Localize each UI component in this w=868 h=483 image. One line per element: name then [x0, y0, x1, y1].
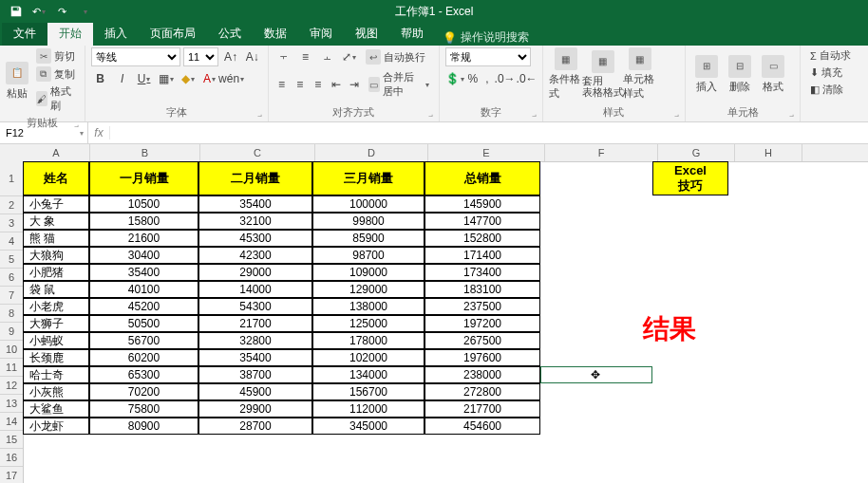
cell-D6[interactable]: 109000	[312, 264, 425, 281]
cells-grid[interactable]: 姓名一月销量二月销量三月销量总销量Excel 技巧小兔子105003540010…	[23, 161, 868, 483]
cell-D13[interactable]: 156700	[312, 383, 425, 400]
indent-inc-button[interactable]: ⇥	[347, 75, 362, 94]
align-center-button[interactable]: ≡	[292, 75, 308, 94]
cell-D11[interactable]: 102000	[312, 349, 425, 366]
tab-data[interactable]: 数据	[253, 22, 298, 46]
cell-A8[interactable]: 小老虎	[23, 298, 89, 315]
col-header-H[interactable]: H	[735, 144, 802, 161]
autosum-button[interactable]: Σ自动求	[806, 47, 862, 64]
tab-review[interactable]: 审阅	[298, 22, 344, 46]
tab-layout[interactable]: 页面布局	[139, 22, 207, 46]
row-header-1[interactable]: 1	[0, 161, 23, 196]
cell-C15[interactable]: 28700	[198, 418, 312, 435]
row-header-3[interactable]: 3	[0, 214, 23, 232]
cell-A9[interactable]: 大狮子	[23, 315, 89, 332]
align-middle-button[interactable]: ≡	[296, 47, 315, 66]
cell-E9[interactable]: 197200	[425, 315, 540, 332]
cell-C13[interactable]: 45900	[198, 383, 312, 400]
cell-C10[interactable]: 32800	[198, 332, 312, 349]
row-header-15[interactable]: 15	[0, 431, 23, 449]
fill-button[interactable]: ⬇填充	[806, 65, 862, 81]
cell-B11[interactable]: 60200	[89, 349, 198, 366]
cell-A1[interactable]: 姓名	[23, 161, 89, 195]
cell-E8[interactable]: 237500	[425, 298, 540, 315]
align-top-button[interactable]: ⫟	[274, 47, 293, 66]
cell-C6[interactable]: 29000	[198, 264, 312, 281]
row-header-2[interactable]: 2	[0, 196, 23, 214]
align-left-button[interactable]: ≡	[274, 75, 290, 94]
cell-C11[interactable]: 35400	[198, 349, 312, 366]
merge-button[interactable]: ▭合并后居中▾	[365, 69, 433, 100]
col-header-D[interactable]: D	[315, 144, 428, 161]
col-header-G[interactable]: G	[658, 144, 735, 161]
col-header-F[interactable]: F	[545, 144, 658, 161]
tell-me[interactable]: 💡 操作说明搜索	[435, 29, 537, 46]
fill-color-button[interactable]: ◆▾	[179, 69, 198, 88]
worksheet[interactable]: ABCDEFGH 123456789101112131415161718 姓名一…	[0, 144, 868, 483]
row-header-12[interactable]: 12	[0, 377, 23, 395]
row-header-16[interactable]: 16	[0, 449, 23, 467]
cell-A15[interactable]: 小龙虾	[23, 418, 89, 435]
delete-cells-button[interactable]: ⊟删除	[725, 47, 755, 101]
row-header-7[interactable]: 7	[0, 287, 23, 305]
cell-style-button[interactable]: ▦单元格样式	[623, 47, 657, 101]
inc-decimal-button[interactable]: .0→	[496, 69, 515, 88]
cell-C7[interactable]: 14000	[198, 281, 312, 298]
row-header-11[interactable]: 11	[0, 359, 23, 377]
cell-A7[interactable]: 袋 鼠	[23, 281, 89, 298]
cell-E14[interactable]: 217700	[425, 400, 540, 418]
format-cells-button[interactable]: ▭格式	[758, 47, 788, 101]
cell-E1[interactable]: 总销量	[425, 161, 540, 195]
tab-home[interactable]: 开始	[47, 22, 93, 46]
cell-E10[interactable]: 267500	[425, 332, 540, 349]
col-header-C[interactable]: C	[200, 144, 315, 161]
cell-B13[interactable]: 70200	[89, 383, 198, 400]
cell-A5[interactable]: 大狼狗	[23, 247, 89, 264]
tab-file[interactable]: 文件	[2, 22, 47, 46]
align-bottom-button[interactable]: ⫠	[318, 47, 337, 66]
col-header-B[interactable]: B	[90, 144, 200, 161]
cell-C4[interactable]: 45300	[198, 230, 312, 247]
align-right-button[interactable]: ≡	[311, 75, 326, 94]
redo-icon[interactable]: ↷	[51, 2, 72, 21]
phonetic-button[interactable]: wén▾	[222, 69, 241, 88]
cell-A3[interactable]: 大 象	[23, 213, 89, 230]
cell-B5[interactable]: 30400	[89, 247, 198, 264]
col-header-A[interactable]: A	[23, 144, 90, 161]
cell-B8[interactable]: 45200	[89, 298, 198, 315]
increase-font-button[interactable]: A↑	[221, 47, 240, 66]
cell-C12[interactable]: 38700	[198, 366, 312, 383]
cell-B6[interactable]: 35400	[89, 264, 198, 281]
underline-button[interactable]: U▾	[135, 69, 154, 88]
painter-button[interactable]: 🖌格式刷	[32, 84, 79, 114]
cell-C3[interactable]: 32100	[198, 213, 312, 230]
cell-B4[interactable]: 21600	[89, 230, 198, 247]
cell-B7[interactable]: 40100	[89, 281, 198, 298]
cell-D1[interactable]: 三月销量	[312, 161, 425, 195]
tab-insert[interactable]: 插入	[93, 22, 139, 46]
row-header-5[interactable]: 5	[0, 251, 23, 269]
cell-D2[interactable]: 100000	[312, 195, 425, 213]
cell-A13[interactable]: 小灰熊	[23, 383, 89, 400]
cell-A14[interactable]: 大鲨鱼	[23, 400, 89, 418]
cell-D8[interactable]: 138000	[312, 298, 425, 315]
percent-button[interactable]: %	[467, 69, 480, 88]
cell-B9[interactable]: 50500	[89, 315, 198, 332]
cell-B12[interactable]: 65300	[89, 366, 198, 383]
font-size-select[interactable]: 11	[183, 47, 218, 66]
orientation-button[interactable]: ⤢▾	[340, 47, 359, 66]
select-all-corner[interactable]	[0, 144, 24, 162]
copy-button[interactable]: ⧉复制	[32, 65, 79, 83]
cut-button[interactable]: ✂剪切	[32, 47, 79, 65]
cell-C2[interactable]: 35400	[198, 195, 312, 213]
cell-C1[interactable]: 二月销量	[198, 161, 312, 195]
row-header-14[interactable]: 14	[0, 413, 23, 431]
cell-A12[interactable]: 哈士奇	[23, 366, 89, 383]
cell-B14[interactable]: 75800	[89, 400, 198, 418]
cell-D3[interactable]: 99800	[312, 213, 425, 230]
cell-E7[interactable]: 183100	[425, 281, 540, 298]
cell-E6[interactable]: 173400	[425, 264, 540, 281]
qat-more-icon[interactable]: ▾	[74, 2, 95, 21]
cell-C9[interactable]: 21700	[198, 315, 312, 332]
number-format-select[interactable]: 常规	[445, 47, 531, 66]
